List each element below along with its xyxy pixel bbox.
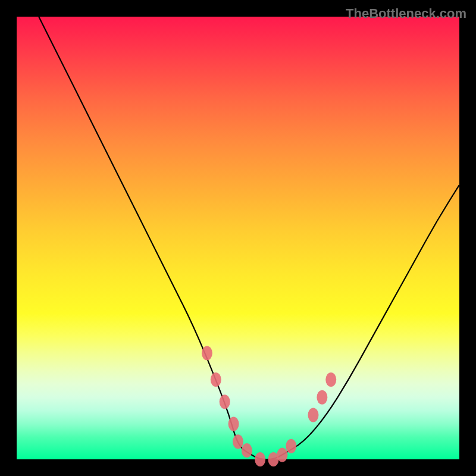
chart-svg [17,17,459,459]
marker-point [286,439,296,453]
chart-area [17,17,459,459]
watermark-text: TheBottleneck.com [346,6,466,21]
marker-point [228,416,239,431]
marker-point [255,452,265,466]
marker-group [202,346,336,466]
marker-point [325,372,336,387]
marker-point [202,346,212,360]
marker-point [220,394,230,409]
marker-point [211,372,221,387]
bottleneck-curve [39,17,459,459]
marker-point [233,434,243,449]
marker-point [308,408,318,422]
marker-point [277,448,287,462]
marker-point [242,443,252,458]
marker-point [317,390,327,405]
